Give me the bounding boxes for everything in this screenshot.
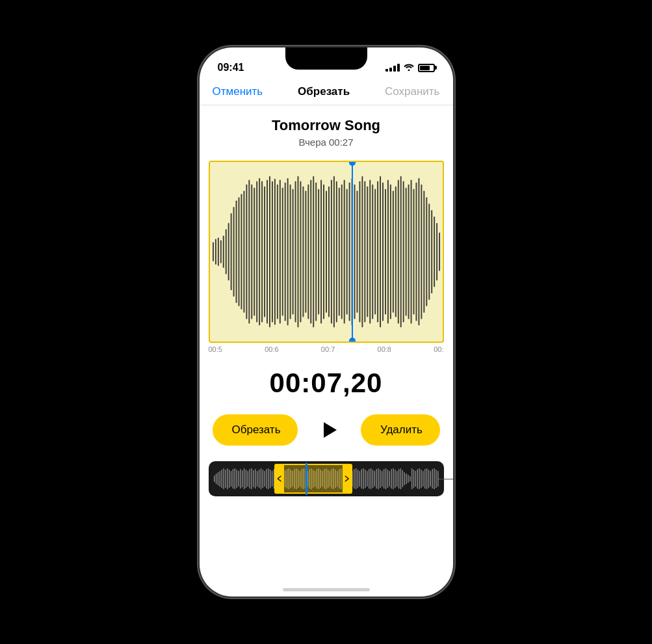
mini-timeline-inner: ﹤ ﹥: [209, 461, 444, 496]
timeline-marker: 00:7: [321, 345, 335, 353]
playhead[interactable]: [352, 162, 353, 342]
svg-rect-174: [372, 470, 372, 488]
mini-timeline-container[interactable]: ﹤ ﹥: [209, 461, 444, 496]
svg-rect-49: [338, 187, 339, 315]
svg-rect-24: [274, 179, 275, 325]
svg-rect-206: [432, 469, 432, 489]
svg-rect-69: [389, 185, 391, 319]
svg-rect-17: [256, 181, 257, 323]
svg-rect-113: [258, 470, 259, 488]
svg-rect-187: [397, 471, 397, 487]
svg-rect-23: [271, 181, 272, 323]
svg-rect-3: [220, 240, 221, 263]
bar4: [397, 64, 400, 72]
svg-rect-4: [222, 235, 224, 267]
svg-rect-13: [246, 185, 247, 319]
cancel-button[interactable]: Отменить: [213, 85, 263, 98]
selection-bracket[interactable]: ﹤ ﹥: [274, 464, 352, 494]
svg-rect-38: [310, 180, 311, 324]
timeline-marker: 00:6: [265, 345, 278, 353]
svg-rect-106: [245, 470, 246, 488]
svg-rect-55: [354, 185, 355, 319]
svg-rect-178: [380, 470, 380, 488]
svg-rect-53: [348, 183, 350, 321]
svg-rect-96: [227, 468, 228, 489]
bracket-right-symbol: ﹥: [342, 474, 352, 484]
svg-rect-110: [253, 470, 254, 487]
bar3: [393, 66, 396, 72]
svg-rect-94: [223, 468, 224, 489]
svg-rect-190: [402, 470, 402, 487]
svg-rect-204: [428, 470, 428, 488]
svg-rect-64: [377, 181, 378, 323]
svg-rect-182: [387, 470, 387, 488]
svg-rect-103: [240, 469, 241, 489]
svg-rect-81: [421, 185, 422, 319]
svg-rect-168: [361, 469, 361, 489]
svg-rect-119: [270, 470, 270, 488]
svg-rect-78: [413, 189, 414, 314]
svg-rect-101: [236, 470, 237, 488]
svg-rect-180: [383, 469, 384, 489]
svg-rect-39: [313, 176, 314, 328]
svg-rect-27: [281, 187, 283, 315]
svg-rect-42: [320, 180, 322, 324]
svg-rect-10: [238, 197, 239, 306]
wifi-icon: [404, 62, 414, 73]
waveform-container[interactable]: [209, 161, 444, 343]
svg-rect-7: [230, 213, 231, 290]
svg-rect-76: [408, 185, 409, 319]
svg-rect-68: [387, 180, 388, 324]
svg-rect-75: [405, 187, 406, 315]
svg-rect-65: [380, 176, 381, 328]
svg-rect-26: [279, 180, 280, 324]
svg-rect-120: [271, 471, 272, 487]
svg-rect-194: [410, 476, 410, 481]
bracket-right-handle[interactable]: ﹥: [343, 464, 352, 493]
svg-rect-20: [264, 186, 265, 317]
trim-button[interactable]: Обрезать: [213, 414, 298, 446]
svg-rect-21: [267, 180, 268, 324]
svg-rect-46: [330, 180, 332, 324]
svg-rect-5: [225, 230, 226, 275]
svg-rect-170: [365, 470, 365, 488]
svg-rect-165: [355, 468, 356, 489]
svg-rect-14: [248, 180, 250, 324]
svg-rect-175: [374, 471, 374, 487]
svg-rect-203: [426, 468, 426, 489]
svg-rect-43: [323, 185, 324, 319]
save-button: Сохранить: [385, 85, 439, 98]
svg-rect-181: [385, 468, 385, 489]
song-title: Tomorrow Song: [213, 117, 440, 134]
svg-rect-164: [354, 469, 354, 489]
svg-rect-1: [215, 239, 216, 264]
svg-rect-109: [251, 468, 252, 489]
svg-rect-11: [241, 194, 242, 309]
svg-rect-97: [228, 470, 229, 488]
svg-rect-167: [359, 471, 359, 487]
svg-rect-57: [359, 181, 360, 323]
svg-rect-197: [415, 471, 415, 487]
svg-rect-73: [400, 176, 401, 328]
bracket-left-handle[interactable]: ﹤: [275, 464, 284, 493]
song-info: Tomorrow Song Вчера 00:27: [200, 105, 453, 154]
svg-rect-104: [242, 470, 242, 487]
svg-rect-51: [343, 180, 345, 324]
phone-frame: 09:41 Отменить Обрезать Сохран: [200, 47, 453, 597]
svg-rect-86: [434, 217, 435, 287]
svg-rect-56: [356, 191, 358, 312]
svg-rect-9: [235, 200, 237, 303]
svg-rect-193: [408, 475, 408, 483]
svg-rect-2: [217, 237, 218, 265]
svg-rect-79: [415, 183, 417, 321]
svg-rect-66: [382, 183, 384, 321]
play-button[interactable]: [313, 413, 345, 447]
svg-rect-91: [217, 472, 218, 485]
svg-rect-95: [225, 470, 226, 488]
svg-rect-67: [384, 189, 385, 314]
svg-rect-209: [437, 471, 438, 487]
timeline-marker: 00:: [434, 345, 443, 353]
svg-rect-33: [297, 176, 298, 328]
svg-rect-171: [367, 471, 367, 487]
delete-button[interactable]: Удалить: [361, 414, 440, 446]
